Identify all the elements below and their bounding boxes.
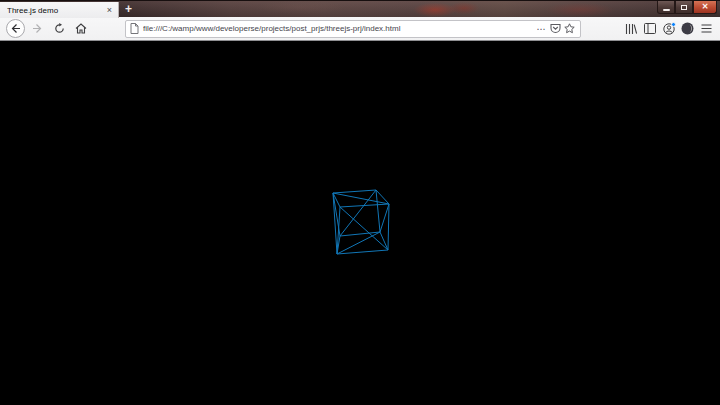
darkmode-extension-icon bbox=[681, 22, 694, 35]
account-notification-badge bbox=[671, 22, 676, 27]
navigation-toolbar: file:///C:/wamp/www/developerse/projects… bbox=[0, 17, 720, 41]
forward-button[interactable] bbox=[26, 18, 48, 40]
url-bar[interactable]: file:///C:/wamp/www/developerse/projects… bbox=[125, 20, 581, 38]
maximize-button[interactable] bbox=[675, 1, 693, 14]
darkmode-extension-button[interactable] bbox=[678, 18, 697, 40]
back-button[interactable] bbox=[4, 18, 26, 40]
maximize-icon bbox=[681, 5, 687, 10]
new-tab-button[interactable]: + bbox=[121, 2, 136, 18]
home-icon bbox=[75, 23, 87, 34]
bookmark-star-button[interactable] bbox=[562, 21, 576, 37]
account-button[interactable] bbox=[659, 18, 678, 40]
library-icon bbox=[625, 23, 637, 35]
window-controls: ✕ bbox=[657, 1, 717, 14]
reload-button[interactable] bbox=[48, 18, 70, 40]
reload-icon bbox=[54, 23, 65, 34]
close-window-icon: ✕ bbox=[702, 3, 709, 11]
home-button[interactable] bbox=[70, 18, 92, 40]
pocket-button[interactable] bbox=[548, 21, 562, 37]
pocket-icon bbox=[550, 23, 561, 34]
minimize-icon bbox=[663, 9, 670, 11]
new-tab-icon: + bbox=[125, 2, 132, 16]
titlebar: Three.js demo × + ✕ bbox=[0, 0, 720, 17]
sidebar-button[interactable] bbox=[640, 18, 659, 40]
menu-icon bbox=[701, 24, 712, 33]
tab-threejs-demo[interactable]: Three.js demo × bbox=[0, 2, 119, 18]
cube-canvas bbox=[0, 41, 720, 405]
menu-button[interactable] bbox=[697, 18, 716, 40]
page-actions-icon: ⋯ bbox=[537, 24, 546, 34]
page-content-threejs-scene bbox=[0, 41, 720, 405]
tab-title: Three.js demo bbox=[7, 6, 105, 15]
page-actions-button[interactable]: ⋯ bbox=[534, 21, 548, 37]
minimize-button[interactable] bbox=[657, 1, 675, 14]
back-icon bbox=[6, 19, 25, 38]
library-button[interactable] bbox=[621, 18, 640, 40]
page-icon bbox=[130, 23, 139, 34]
close-tab-icon[interactable]: × bbox=[105, 6, 114, 15]
bookmark-star-icon bbox=[564, 23, 575, 34]
sidebar-icon bbox=[644, 23, 656, 34]
forward-icon bbox=[32, 23, 43, 34]
url-text[interactable]: file:///C:/wamp/www/developerse/projects… bbox=[143, 24, 534, 33]
close-window-button[interactable]: ✕ bbox=[693, 1, 717, 14]
